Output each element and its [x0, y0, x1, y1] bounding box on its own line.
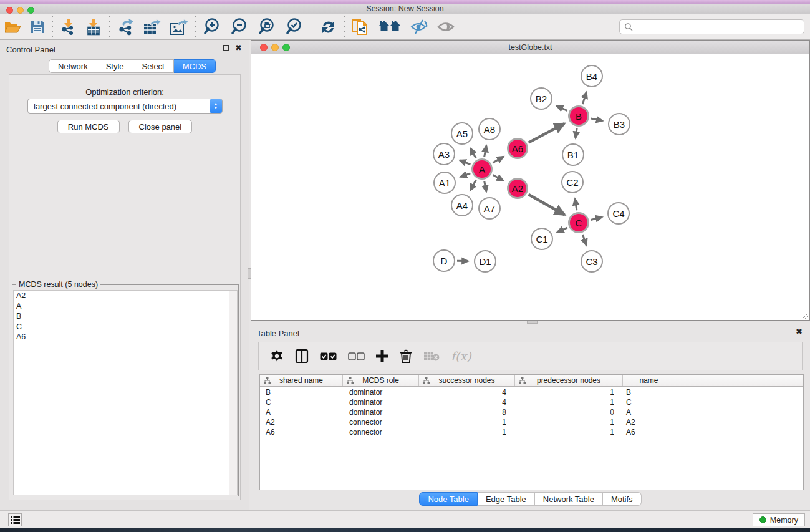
duplicate-network-button[interactable] [348, 16, 374, 38]
network-close-button[interactable] [260, 44, 268, 51]
node-C1[interactable]: C1 [531, 228, 553, 250]
export-network-button[interactable] [113, 16, 138, 38]
node-B2[interactable]: B2 [530, 87, 552, 110]
tab-select[interactable]: Select [133, 59, 174, 73]
table-row[interactable]: A2connector11A2 [260, 417, 803, 427]
table-row[interactable]: Adominator80A [260, 407, 803, 417]
node-B3[interactable]: B3 [608, 113, 630, 135]
table-settings-button[interactable] [264, 344, 289, 369]
node-table[interactable]: shared nameMCDS rolesuccessor nodesprede… [259, 374, 804, 490]
result-item[interactable]: A [14, 301, 237, 312]
result-item[interactable]: C [14, 322, 237, 332]
column-header-successor-nodes[interactable]: successor nodes [419, 375, 515, 386]
network-maximize-button[interactable] [282, 44, 290, 51]
network-window-titlebar[interactable]: testGlobe.txt [251, 41, 809, 54]
float-panel-icon[interactable] [223, 45, 229, 51]
node-C3[interactable]: C3 [581, 250, 603, 273]
memory-button[interactable]: Memory [753, 513, 805, 526]
node-A6[interactable]: A6 [507, 138, 528, 159]
zoom-in-button[interactable] [199, 16, 226, 38]
node-C4[interactable]: C4 [607, 202, 630, 225]
result-item[interactable]: B [14, 311, 237, 322]
edge-C-C2[interactable] [575, 199, 577, 211]
eye-button[interactable] [433, 16, 459, 38]
network-minimize-button[interactable] [271, 44, 279, 51]
run-mcds-button[interactable]: Run MCDS [57, 120, 120, 133]
tab-network[interactable]: Network [49, 59, 97, 73]
tab-edge-table[interactable]: Edge Table [478, 492, 535, 506]
minimize-window-button[interactable] [17, 7, 24, 14]
home-button[interactable] [374, 16, 405, 38]
result-item[interactable]: A2 [14, 291, 237, 301]
tab-network-table[interactable]: Network Table [535, 492, 603, 506]
export-image-button[interactable] [165, 16, 192, 38]
delete-table-button[interactable] [418, 344, 445, 369]
edge-A6-B[interactable] [529, 123, 564, 142]
column-header-shared-name[interactable]: shared name [260, 375, 343, 386]
result-scrollbar[interactable] [229, 291, 237, 495]
tab-style[interactable]: Style [97, 59, 133, 73]
select-all-columns-button[interactable] [314, 344, 342, 369]
float-table-panel-icon[interactable] [784, 329, 789, 334]
tab-motifs[interactable]: Motifs [603, 492, 642, 506]
import-network-button[interactable] [56, 16, 81, 38]
edge-A2-C[interactable] [528, 195, 564, 215]
node-B1[interactable]: B1 [562, 143, 584, 166]
tab-mcds[interactable]: MCDS [174, 59, 216, 73]
close-panel-button[interactable]: Close panel [128, 120, 193, 133]
window-resize-grip[interactable] [801, 312, 809, 319]
open-session-button[interactable] [0, 16, 26, 38]
import-table-button[interactable] [81, 16, 106, 38]
eye-slash-button[interactable] [405, 16, 433, 38]
edge-B-B2[interactable] [556, 105, 567, 110]
result-item[interactable]: A6 [14, 332, 237, 342]
edge-A-A2[interactable] [493, 175, 504, 181]
edge-B-B3[interactable] [591, 118, 603, 121]
node-D[interactable]: D [433, 249, 455, 272]
main-titlebar[interactable]: Session: New Session [0, 4, 810, 14]
node-A7[interactable]: A7 [478, 197, 501, 220]
zoom-fit-button[interactable] [254, 16, 281, 38]
zoom-out-button[interactable] [226, 16, 254, 38]
node-D1[interactable]: D1 [474, 250, 496, 273]
optimization-criterion-select[interactable]: largest connected component (directed) ▲… [27, 99, 223, 114]
edge-A-A5[interactable] [470, 148, 476, 158]
node-A3[interactable]: A3 [433, 143, 455, 165]
zoom-selected-button[interactable] [281, 16, 309, 38]
column-header-name[interactable]: name [623, 375, 675, 386]
function-builder-button[interactable]: f(x) [445, 344, 477, 369]
maximize-window-button[interactable] [27, 7, 34, 14]
node-B4[interactable]: B4 [581, 65, 603, 87]
edge-C-C4[interactable] [591, 217, 602, 220]
node-A4[interactable]: A4 [451, 194, 473, 216]
save-session-button[interactable] [26, 16, 49, 38]
close-table-panel-icon[interactable]: ✖ [796, 329, 803, 334]
node-A[interactable]: A [471, 158, 493, 180]
edge-C-C3[interactable] [582, 235, 586, 245]
network-canvas[interactable]: AA1A2A3A4A5A6A7A8BB1B2B3B4CC1C2C3C4DD1 [251, 54, 809, 320]
node-A5[interactable]: A5 [451, 122, 473, 145]
column-layout-button[interactable] [289, 344, 314, 369]
node-C[interactable]: C [568, 212, 589, 233]
node-A1[interactable]: A1 [433, 172, 456, 194]
delete-column-button[interactable] [394, 344, 418, 369]
mcds-result-list[interactable]: A2ABCA6 [13, 290, 238, 495]
node-B[interactable]: B [568, 105, 589, 127]
deselect-all-columns-button[interactable] [342, 344, 370, 369]
close-panel-icon[interactable]: ✖ [235, 45, 242, 51]
node-A8[interactable]: A8 [478, 118, 501, 140]
edge-C-C1[interactable] [557, 228, 567, 232]
search-input[interactable] [619, 19, 804, 34]
node-A2[interactable]: A2 [507, 178, 528, 199]
table-row[interactable]: Cdominator41C [260, 397, 803, 407]
edge-A-A4[interactable] [470, 180, 476, 191]
column-header-mcds-role[interactable]: MCDS role [343, 375, 419, 386]
column-header-predecessor-nodes[interactable]: predecessor nodes [515, 375, 623, 386]
task-history-button[interactable] [8, 513, 22, 526]
close-window-button[interactable] [6, 7, 13, 14]
edge-A-A7[interactable] [485, 181, 486, 192]
edge-A-A6[interactable] [493, 157, 503, 163]
table-row[interactable]: A6connector11A6 [260, 427, 803, 437]
add-column-button[interactable] [370, 344, 394, 369]
table-row[interactable]: Bdominator41B [260, 387, 803, 397]
